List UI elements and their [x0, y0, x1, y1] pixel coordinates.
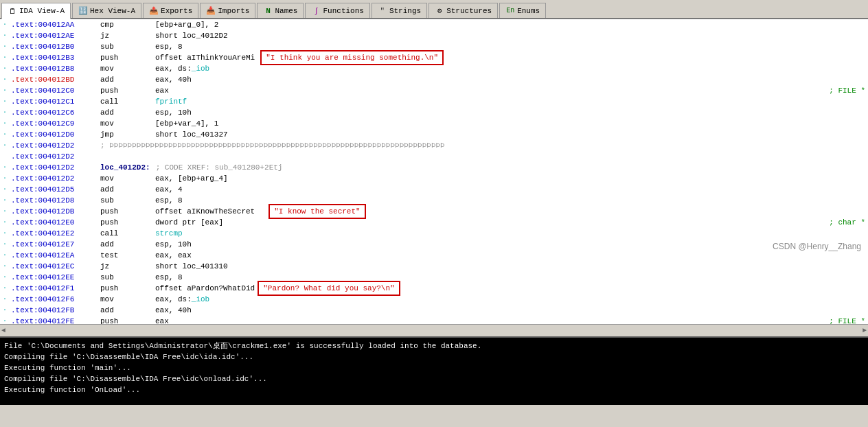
line-mnemonic: add — [100, 74, 155, 85]
line-prefix: · — [3, 162, 11, 173]
table-row[interactable]: · .text:004012E7 add esp, 10h — [0, 239, 868, 250]
tab-ida-view-a[interactable]: 🗒 IDA View-A — [1, 3, 71, 19]
tab-names[interactable]: N Names — [257, 3, 304, 18]
table-row[interactable]: · .text:004012D5 add eax, 4 — [0, 184, 868, 195]
table-row[interactable]: · .text:004012EC jz short loc_401310 — [0, 261, 868, 272]
line-addr: .text:004012C9 — [11, 118, 100, 129]
line-addr: .text:004012EC — [11, 261, 100, 272]
tab-imports[interactable]: 📥 Imports — [200, 3, 255, 18]
table-row[interactable]: · .text:004012DB push offset aIKnowTheSe… — [0, 206, 868, 217]
names-icon: N — [263, 6, 273, 16]
line-addr: .text:004012D2 — [11, 162, 100, 173]
tab-hex-view-label: Hex View-A — [90, 7, 135, 15]
line-addr: .text:004012B3 — [11, 52, 100, 63]
table-row[interactable]: · .text:004012BD add eax, 40h — [0, 74, 868, 85]
table-row[interactable]: .text:004012D2 — [0, 151, 868, 162]
tab-enums[interactable]: En Enums — [499, 3, 546, 18]
line-operands: strcmp — [155, 228, 865, 239]
tab-strings[interactable]: " Strings — [372, 3, 427, 18]
line-mnemonic: cmp — [100, 19, 155, 30]
line-prefix: · — [3, 140, 11, 151]
enums-icon: En — [505, 6, 515, 16]
table-row[interactable]: · .text:004012D2 ; ÞÞÞÞÞÞÞÞÞÞÞÞÞÞÞÞÞÞÞÞÞ… — [0, 140, 868, 151]
table-row[interactable]: · .text:004012AA cmp [ebp+arg_0], 2 — [0, 19, 868, 30]
tab-enums-label: Enums — [517, 7, 540, 15]
line-addr: .text:004012F1 — [11, 283, 100, 294]
line-operands: [ebp+var_4], 1 — [155, 118, 865, 129]
line-prefix: · — [3, 63, 11, 74]
tab-strings-label: Strings — [389, 7, 421, 15]
table-row[interactable]: · .text:004012FB add eax, 40h — [0, 305, 868, 316]
line-operands: eax, 40h — [155, 74, 865, 85]
line-addr: .text:004012C6 — [11, 107, 100, 118]
console-line: File 'C:\Documents and Settings\Administ… — [4, 341, 864, 351]
table-row[interactable]: · .text:004012C6 add esp, 10h — [0, 107, 868, 118]
line-prefix: · — [3, 74, 11, 85]
scroll-right-btn[interactable]: ► — [861, 327, 868, 334]
table-row[interactable]: · .text:004012FE push eax ; FILE * — [0, 316, 868, 324]
tab-functions[interactable]: ∫ Functions — [305, 3, 369, 18]
line-prefix: · — [3, 261, 11, 272]
line-prefix: · — [3, 294, 11, 305]
table-row[interactable]: · .text:004012D0 jmp short loc_401327 — [0, 129, 868, 140]
table-row[interactable]: · .text:004012D2 loc_4012D2: ; CODE XREF… — [0, 162, 868, 173]
line-prefix: · — [3, 195, 11, 206]
line-operands: dword ptr [eax] — [155, 217, 823, 228]
table-row[interactable]: · .text:004012C1 call fprintf — [0, 96, 868, 107]
console-line: Compiling file 'C:\Disassemble\IDA Free\… — [4, 351, 864, 362]
table-row[interactable]: · .text:004012E2 call strcmp — [0, 228, 868, 239]
line-addr: .text:004012B0 — [11, 41, 100, 52]
table-row[interactable]: · .text:004012F1 push offset aPardon?Wha… — [0, 283, 868, 294]
table-row[interactable]: · .text:004012EA test eax, eax — [0, 250, 868, 261]
line-operands: eax, 40h — [155, 305, 865, 316]
line-operands: esp, 10h — [155, 239, 865, 250]
line-mnemonic: sub — [100, 272, 155, 283]
line-mnemonic: push — [100, 52, 155, 63]
line-prefix: · — [3, 283, 11, 294]
line-operands: [ebp+arg_0], 2 — [155, 19, 865, 30]
tab-bar: 🗒 IDA View-A 🔢 Hex View-A 📤 Exports 📥 Im… — [0, 0, 868, 19]
horizontal-scrollbar[interactable]: ◄ ► — [0, 324, 868, 336]
table-row[interactable]: · .text:004012C0 push eax ; FILE * — [0, 85, 868, 96]
line-mnemonic: sub — [100, 195, 155, 206]
line-prefix: · — [3, 19, 11, 30]
line-prefix: · — [3, 228, 11, 239]
line-mnemonic: jz — [100, 30, 155, 41]
line-addr: .text:004012F6 — [11, 294, 100, 305]
line-addr: .text:004012D8 — [11, 195, 100, 206]
tab-structures[interactable]: ⚙ Structures — [429, 3, 498, 18]
line-mnemonic: push — [100, 217, 155, 228]
table-row[interactable]: · .text:004012AE jz short loc_4012D2 — [0, 30, 868, 41]
line-prefix: · — [3, 272, 11, 283]
disasm-area[interactable]: · .text:004012AA cmp [ebp+arg_0], 2 · .t… — [0, 19, 868, 324]
scroll-track[interactable] — [7, 326, 861, 336]
line-mnemonic: call — [100, 96, 155, 107]
line-mnemonic: push — [100, 85, 155, 96]
line-prefix: · — [3, 305, 11, 316]
table-row[interactable]: · .text:004012D2 mov eax, [ebp+arg_4] — [0, 173, 868, 184]
line-prefix: · — [3, 316, 11, 324]
table-row[interactable]: · .text:004012F6 mov eax, ds:_iob — [0, 294, 868, 305]
tab-hex-view-a[interactable]: 🔢 Hex View-A — [72, 3, 141, 18]
line-prefix: · — [3, 250, 11, 261]
table-row[interactable]: · .text:004012E0 push dword ptr [eax] ; … — [0, 217, 868, 228]
line-separator: ; ÞÞÞÞÞÞÞÞÞÞÞÞÞÞÞÞÞÞÞÞÞÞÞÞÞÞÞÞÞÞÞÞÞÞÞÞÞÞ… — [100, 140, 445, 151]
strings-icon: " — [378, 6, 387, 16]
line-operands: eax — [155, 85, 823, 96]
line-prefix: · — [3, 173, 11, 184]
tab-exports[interactable]: 📤 Exports — [143, 3, 198, 18]
table-row[interactable]: · .text:004012B3 push offset aIThinkYouA… — [0, 52, 868, 63]
table-row[interactable]: · .text:004012B8 mov eax, ds:_iob — [0, 63, 868, 74]
scroll-left-btn[interactable]: ◄ — [0, 327, 7, 334]
line-addr: .text:004012EE — [11, 272, 100, 283]
table-row[interactable]: · .text:004012C9 mov [ebp+var_4], 1 — [0, 118, 868, 129]
line-mnemonic: push — [100, 316, 155, 324]
tab-imports-label: Imports — [218, 7, 249, 15]
hex-view-icon: 🔢 — [78, 6, 88, 16]
line-operands: esp, 10h — [155, 107, 865, 118]
line-operands: short loc_401310 — [155, 261, 865, 272]
line-addr: .text:004012AE — [11, 30, 100, 41]
console-line: Executing function 'OnLoad'... — [4, 384, 864, 395]
tab-ida-view-label: IDA View-A — [19, 7, 65, 15]
tab-exports-label: Exports — [161, 7, 192, 15]
